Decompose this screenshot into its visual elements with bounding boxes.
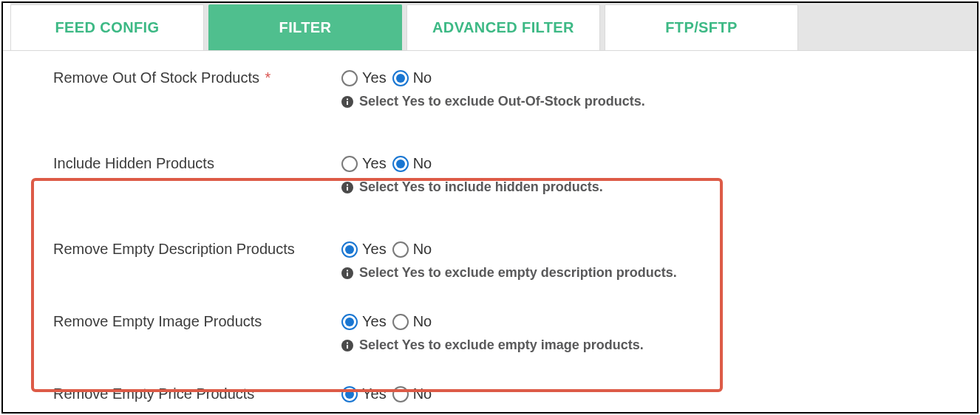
radio-circle-icon — [392, 314, 409, 330]
required-asterisk: * — [265, 69, 271, 86]
filter-panel: Remove Out Of Stock Products * Yes No — [3, 51, 977, 414]
tabs-bar: FEED CONFIG FILTER ADVANCED FILTER FTP/S… — [3, 3, 977, 51]
radio-group-empty-image: Yes No — [341, 313, 977, 330]
field-hint: Select Yes to include hidden products. — [341, 179, 977, 195]
field-label: Remove Empty Image Products — [53, 313, 341, 330]
svg-point-12 — [341, 412, 353, 414]
field-label: Remove Empty Price Products — [53, 385, 341, 402]
radio-label: No — [413, 385, 432, 402]
info-icon — [341, 412, 353, 414]
field-label-text: Remove Out Of Stock Products — [53, 69, 259, 86]
radio-yes[interactable]: Yes — [341, 69, 389, 86]
radio-group-include-hidden: Yes No — [341, 155, 977, 172]
tab-label: FEED CONFIG — [55, 19, 159, 36]
radio-yes[interactable]: Yes — [341, 241, 389, 258]
field-hint: Select Yes to exclude empty image produc… — [341, 337, 977, 353]
field-label-text: Remove Empty Image Products — [53, 313, 262, 329]
radio-circle-icon — [341, 241, 358, 258]
svg-rect-8 — [347, 270, 348, 271]
highlight-box — [31, 178, 723, 392]
row-remove-out-of-stock: Remove Out Of Stock Products * Yes No — [3, 69, 977, 109]
radio-circle-icon — [392, 241, 409, 258]
field-label: Include Hidden Products — [53, 155, 341, 172]
hint-text: Select Yes to include hidden products. — [359, 179, 603, 195]
field-hint: Select Yes to exclude empty price produc… — [341, 410, 977, 414]
radio-no[interactable]: No — [392, 155, 435, 172]
info-icon — [341, 267, 353, 279]
hint-text: Select Yes to exclude Out-Of-Stock produ… — [359, 94, 645, 109]
hint-text: Select Yes to exclude empty image produc… — [359, 337, 644, 353]
radio-circle-icon — [392, 386, 409, 402]
radio-no[interactable]: No — [392, 241, 435, 258]
tab-filter[interactable]: FILTER — [208, 4, 402, 50]
radio-circle-icon — [341, 156, 358, 172]
row-remove-empty-description: Remove Empty Description Products Yes No — [3, 241, 977, 281]
radio-no[interactable]: No — [392, 69, 435, 86]
tab-label: FILTER — [279, 19, 332, 36]
radio-label: Yes — [362, 155, 387, 172]
radio-yes[interactable]: Yes — [341, 155, 389, 172]
radio-label: No — [413, 313, 432, 330]
hint-text: Select Yes to exclude empty description … — [359, 265, 677, 281]
field-label-text: Remove Empty Price Products — [53, 385, 254, 402]
svg-rect-10 — [347, 345, 348, 349]
radio-label: Yes — [362, 69, 387, 86]
tab-ftp-sftp[interactable]: FTP/SFTP — [605, 4, 798, 50]
radio-group-out-of-stock: Yes No — [341, 69, 977, 86]
field-label-text: Include Hidden Products — [53, 155, 214, 171]
radio-circle-icon — [341, 70, 358, 86]
svg-rect-11 — [347, 342, 348, 343]
radio-group-empty-description: Yes No — [341, 241, 977, 258]
svg-rect-2 — [347, 98, 348, 100]
field-hint: Select Yes to exclude empty description … — [341, 265, 977, 281]
field-label: Remove Empty Description Products — [53, 241, 341, 258]
radio-label: Yes — [362, 385, 387, 402]
row-remove-empty-price: Remove Empty Price Products Yes No — [3, 385, 977, 414]
info-icon — [341, 96, 353, 108]
info-icon — [341, 340, 353, 351]
radio-label: No — [413, 241, 432, 258]
radio-no[interactable]: No — [392, 385, 435, 402]
svg-rect-1 — [347, 101, 348, 105]
tab-advanced-filter[interactable]: ADVANCED FILTER — [406, 4, 600, 50]
radio-circle-icon — [341, 314, 358, 330]
hint-text: Select Yes to exclude empty price produc… — [359, 410, 637, 414]
row-remove-empty-image: Remove Empty Image Products Yes No — [3, 313, 977, 353]
tab-label: FTP/SFTP — [665, 19, 738, 36]
radio-label: No — [413, 155, 432, 172]
radio-no[interactable]: No — [392, 313, 435, 330]
field-label-text: Remove Empty Description Products — [53, 241, 295, 257]
radio-yes[interactable]: Yes — [341, 313, 389, 330]
radio-label: Yes — [362, 313, 387, 330]
radio-group-empty-price: Yes No — [341, 385, 977, 402]
radio-label: No — [413, 69, 432, 86]
field-label: Remove Out Of Stock Products * — [53, 69, 341, 86]
tab-feed-config[interactable]: FEED CONFIG — [10, 4, 204, 50]
radio-circle-icon — [392, 156, 409, 172]
radio-yes[interactable]: Yes — [341, 385, 389, 402]
radio-circle-icon — [392, 70, 409, 86]
row-include-hidden: Include Hidden Products Yes No — [3, 155, 977, 195]
radio-label: Yes — [362, 241, 387, 258]
field-hint: Select Yes to exclude Out-Of-Stock produ… — [341, 94, 977, 109]
info-icon — [341, 182, 353, 193]
radio-circle-icon — [341, 386, 358, 402]
svg-rect-5 — [347, 184, 348, 185]
svg-rect-7 — [347, 272, 348, 276]
tab-label: ADVANCED FILTER — [432, 19, 574, 36]
svg-rect-4 — [347, 187, 348, 191]
